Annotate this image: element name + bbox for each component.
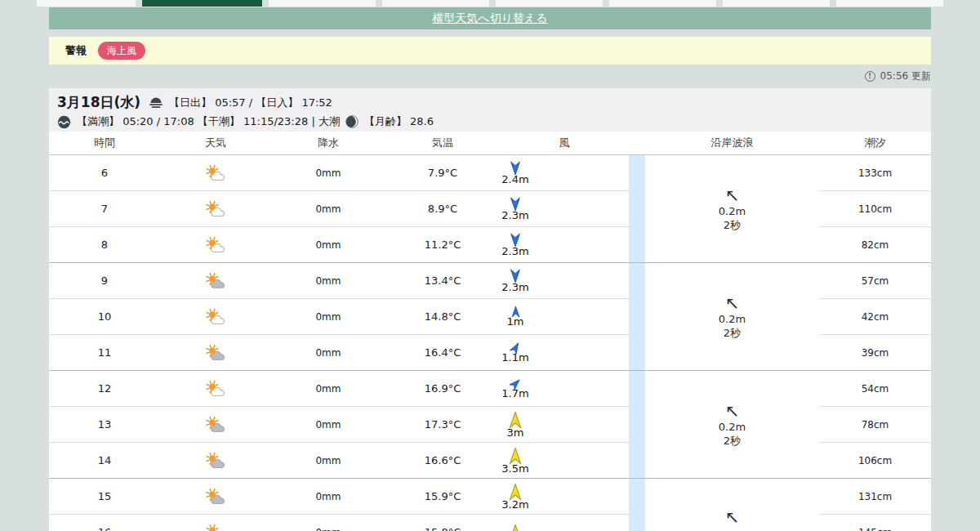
- precip-cell: 0mm: [271, 407, 385, 443]
- weather-cell: [160, 299, 271, 335]
- moon-age-label: 【月齢】 28.6: [364, 114, 434, 129]
- wave-cell: ↖: [645, 479, 819, 531]
- col-header: 風: [500, 132, 629, 155]
- daylight-stripe: [629, 227, 645, 263]
- tide-cell: 82cm: [819, 227, 931, 263]
- wind-speed-label: 3.5m: [501, 462, 528, 475]
- tide-cell: 39cm: [819, 335, 931, 371]
- top-tab-4[interactable]: [496, 0, 603, 7]
- wave-period-label: 2秒: [724, 218, 741, 232]
- date-header-line2: 【満潮】 05:20 / 17:08 【干潮】 11:15/23:28 | 大潮…: [57, 114, 931, 129]
- weather-icon: [203, 200, 228, 218]
- tide-cell: 145cm: [819, 515, 931, 531]
- tide-cell: 78cm: [819, 407, 931, 443]
- wave-direction-arrow-icon: ↖: [725, 508, 740, 526]
- weather-cell: [160, 191, 271, 227]
- temp-cell: 11.2°C: [385, 227, 500, 263]
- wind-cell: 2.4m: [500, 155, 629, 191]
- tide-cell: 131cm: [819, 479, 931, 515]
- tide-times-label: 【満潮】 05:20 / 17:08 【干潮】 11:15/23:28 | 大潮: [77, 114, 340, 129]
- wave-height-label: 0.2m: [719, 312, 746, 326]
- hour-cell: 9: [49, 263, 160, 299]
- top-tab-0[interactable]: [37, 0, 136, 7]
- wave-cell: ↖0.2m2秒: [645, 371, 819, 479]
- wind-speed-label: 1.7m: [501, 387, 528, 399]
- weather-icon: [203, 524, 228, 531]
- top-tab-3[interactable]: [382, 0, 489, 7]
- hour-cell: 16: [49, 515, 160, 531]
- temp-cell: 13.4°C: [385, 263, 500, 299]
- sunrise-sunset-label: 【日出】 05:57 / 【日入】 17:52: [169, 96, 332, 110]
- wind-speed-label: 1m: [507, 315, 524, 328]
- wind-cell: 2.3m: [500, 227, 629, 263]
- wave-direction-arrow-icon: ↖: [725, 402, 740, 420]
- hour-cell: 14: [49, 443, 160, 479]
- weather-cell: [160, 263, 271, 299]
- precip-cell: 0mm: [271, 155, 385, 191]
- forecast-table: 時間天気降水気温風沿岸波浪潮汐60mm7.9°C2.4m↖0.2m2秒133cm…: [49, 132, 931, 531]
- wave-period-label: 2秒: [724, 326, 741, 340]
- top-tab-6[interactable]: [723, 0, 830, 7]
- wave-circle-icon: [57, 115, 71, 129]
- temp-cell: 16.9°C: [385, 371, 500, 407]
- date-label: 3月18日(水): [57, 93, 140, 112]
- weather-cell: [160, 479, 271, 515]
- precip-cell: 0mm: [271, 227, 385, 263]
- col-header: 天気: [160, 132, 271, 155]
- weather-icon: [203, 488, 228, 506]
- hour-cell: 13: [49, 407, 160, 443]
- wind-speed-label: 1.1m: [501, 351, 528, 364]
- tide-cell: 106cm: [819, 443, 931, 479]
- daylight-stripe: [629, 515, 645, 531]
- top-tab-strip: [37, 0, 943, 7]
- alert-label: 警報: [65, 43, 87, 58]
- daylight-stripe: [629, 479, 645, 515]
- date-header: 3月18日(水) 【日出】 05:57 / 【日入】 17:52 【満潮】 05…: [49, 88, 931, 132]
- alert-bar: 警報 海上風: [49, 37, 931, 65]
- wind-cell: 3m: [500, 407, 629, 443]
- weather-cell: [160, 443, 271, 479]
- wind-speed-label: 3m: [507, 426, 524, 439]
- precip-cell: 0mm: [271, 191, 385, 227]
- wave-cell: ↖0.2m2秒: [645, 263, 819, 371]
- col-header: 潮汐: [819, 132, 931, 155]
- wind-speed-label: 2.3m: [501, 281, 528, 293]
- top-tab-1[interactable]: [142, 0, 262, 7]
- wind-speed-label: 2.3m: [501, 209, 528, 221]
- weather-icon: [203, 452, 228, 470]
- switch-layout-link[interactable]: 横型天気へ切り替える: [432, 11, 547, 26]
- daylight-stripe: [629, 263, 645, 299]
- daylight-stripe: [629, 371, 645, 407]
- temp-cell: 15.8°C: [385, 515, 500, 531]
- weather-cell: [160, 515, 271, 531]
- marine-wind-warning-badge[interactable]: 海上風: [98, 42, 145, 60]
- tide-cell: 133cm: [819, 155, 931, 191]
- precip-cell: 0mm: [271, 479, 385, 515]
- info-icon: !: [865, 71, 875, 82]
- top-tab-5[interactable]: [609, 0, 716, 7]
- daylight-stripe: [629, 191, 645, 227]
- temp-cell: 14.8°C: [385, 299, 500, 335]
- temp-cell: 15.9°C: [385, 479, 500, 515]
- top-tab-2[interactable]: [269, 0, 376, 7]
- wave-height-label: 0.2m: [719, 204, 746, 218]
- hour-cell: 8: [49, 227, 160, 263]
- wind-cell: 1.1m: [500, 335, 629, 371]
- wind-speed-label: 3.2m: [501, 498, 528, 511]
- wind-cell: 2.3m: [500, 263, 629, 299]
- tide-cell: 110cm: [819, 191, 931, 227]
- weather-cell: [160, 155, 271, 191]
- hour-cell: 7: [49, 191, 160, 227]
- daylight-stripe: [629, 155, 645, 191]
- weather-icon: [203, 380, 228, 398]
- update-time-label: 05:56 更新: [880, 69, 931, 83]
- weather-cell: [160, 335, 271, 371]
- switch-banner: 横型天気へ切り替える: [49, 7, 931, 29]
- hour-cell: 12: [49, 371, 160, 407]
- hour-cell: 11: [49, 335, 160, 371]
- top-tab-7[interactable]: [836, 0, 943, 7]
- hour-cell: 15: [49, 479, 160, 515]
- temp-cell: 8.9°C: [385, 191, 500, 227]
- daylight-stripe: [629, 443, 645, 479]
- daylight-stripe: [629, 407, 645, 443]
